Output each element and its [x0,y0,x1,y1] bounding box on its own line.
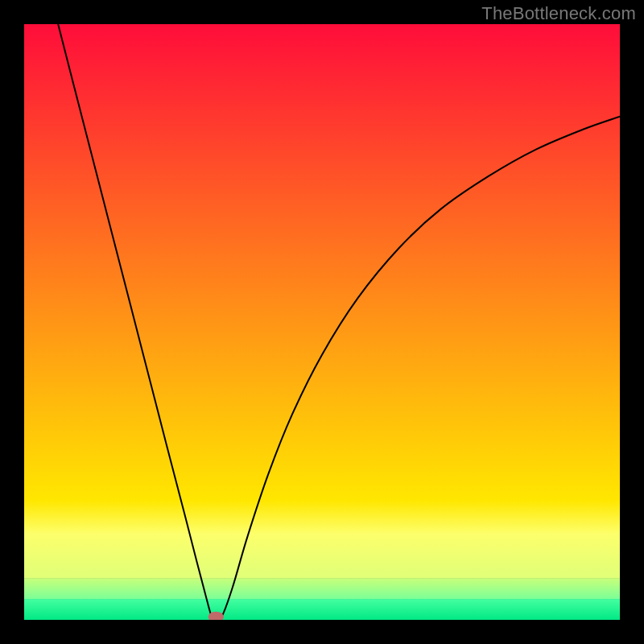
plot-area [24,24,620,620]
gradient-band [24,501,620,534]
chart-svg [24,24,620,620]
gradient-band [24,599,620,620]
gradient-background [24,24,620,620]
gradient-band [24,534,620,579]
watermark-text: TheBottleneck.com [481,3,636,24]
gradient-band [24,24,620,502]
chart-frame: TheBottleneck.com [0,0,644,644]
gradient-band [24,578,620,599]
